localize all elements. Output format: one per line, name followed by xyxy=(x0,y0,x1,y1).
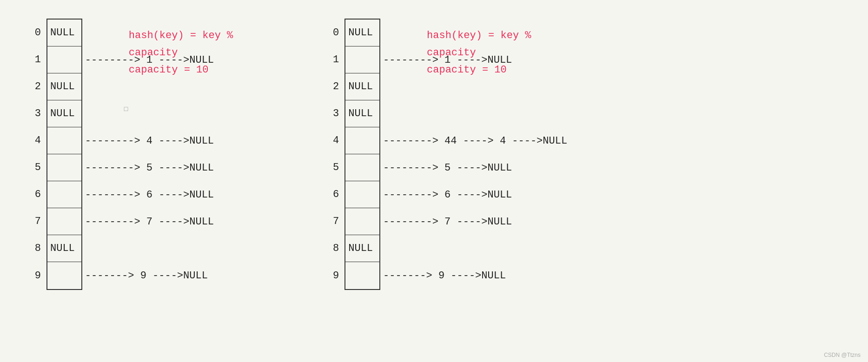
row-chain: --------> 7 ---->NULL xyxy=(383,216,512,227)
table-row: 8NULL xyxy=(47,235,81,262)
row-chain: --------> 1 ---->NULL xyxy=(85,54,214,66)
row-index: 4 xyxy=(329,135,342,146)
formula-line1-d2: hash(key) = key % xyxy=(427,28,531,43)
row-index: 2 xyxy=(31,81,44,92)
row-chain: -------> 9 ---->NULL xyxy=(383,270,506,282)
table-row: 1--------> 1 ---->NULL xyxy=(345,46,379,73)
table-row: 2NULL xyxy=(345,73,379,100)
diagram-section-2: 0NULL1--------> 1 ---->NULL2NULL3NULL4--… xyxy=(326,19,531,290)
row-index: 6 xyxy=(329,189,342,200)
table-row: 2NULL xyxy=(47,73,81,100)
row-content: NULL xyxy=(44,243,81,254)
row-chain: --------> 6 ---->NULL xyxy=(85,189,214,200)
formula-box-1: hash(key) = key % capacity capacity = 10 xyxy=(129,28,233,78)
row-index: 5 xyxy=(31,162,44,173)
row-index: 1 xyxy=(31,54,44,66)
row-index: 0 xyxy=(329,27,342,39)
row-content: NULL xyxy=(44,108,81,119)
row-index: 8 xyxy=(31,243,44,254)
formula-line1-d1: hash(key) = key % xyxy=(129,28,233,43)
row-index: 5 xyxy=(329,162,342,173)
table-row: 3NULL xyxy=(345,100,379,127)
row-index: 3 xyxy=(329,108,342,119)
row-index: 0 xyxy=(31,27,44,39)
row-index: 7 xyxy=(31,216,44,227)
row-chain: --------> 44 ----> 4 ---->NULL xyxy=(383,135,567,146)
table-row: 6--------> 6 ---->NULL xyxy=(345,181,379,208)
row-chain: --------> 5 ---->NULL xyxy=(85,162,214,173)
row-chain: --------> 7 ---->NULL xyxy=(85,216,214,227)
table-row: 9-------> 9 ---->NULL xyxy=(47,262,81,289)
table-row: 5--------> 5 ---->NULL xyxy=(47,154,81,181)
row-chain: -------> 9 ---->NULL xyxy=(85,270,208,282)
formula-box-2: hash(key) = key % capacity capacity = 10 xyxy=(427,28,531,78)
table-row: 7--------> 7 ---->NULL xyxy=(47,208,81,235)
table-row: 0NULL xyxy=(47,20,81,46)
row-content: NULL xyxy=(44,27,81,39)
table-row: 4--------> 4 ---->NULL xyxy=(47,127,81,154)
row-chain: --------> 4 ---->NULL xyxy=(85,135,214,146)
watermark: CSDN @Ttzns xyxy=(824,352,861,358)
table-row: 4--------> 44 ----> 4 ---->NULL xyxy=(345,127,379,154)
small-square: □ xyxy=(124,105,128,113)
row-chain: --------> 5 ---->NULL xyxy=(383,162,512,173)
row-chain: --------> 1 ---->NULL xyxy=(383,54,512,66)
table-row: 9-------> 9 ---->NULL xyxy=(345,262,379,289)
main-container: 0NULL1--------> 1 ---->NULL2NULL3NULL4--… xyxy=(0,0,868,362)
row-index: 2 xyxy=(329,81,342,92)
row-content: NULL xyxy=(342,81,379,92)
row-index: 3 xyxy=(31,108,44,119)
table-row: 1--------> 1 ---->NULL xyxy=(47,46,81,73)
row-index: 1 xyxy=(329,54,342,66)
row-content: NULL xyxy=(44,81,81,92)
row-content: NULL xyxy=(342,243,379,254)
row-index: 4 xyxy=(31,135,44,146)
row-content: NULL xyxy=(342,108,379,119)
table-row: 5--------> 5 ---->NULL xyxy=(345,154,379,181)
diagram-section-1: 0NULL1--------> 1 ---->NULL2NULL3NULL4--… xyxy=(28,19,233,290)
row-index: 7 xyxy=(329,216,342,227)
row-index: 6 xyxy=(31,189,44,200)
row-index: 9 xyxy=(329,270,342,282)
table-row: 3NULL xyxy=(47,100,81,127)
row-index: 8 xyxy=(329,243,342,254)
row-index: 9 xyxy=(31,270,44,282)
table-row: 8NULL xyxy=(345,235,379,262)
table-row: 0NULL xyxy=(345,20,379,46)
table-row: 7--------> 7 ---->NULL xyxy=(345,208,379,235)
row-content: NULL xyxy=(342,27,379,39)
row-chain: --------> 6 ---->NULL xyxy=(383,189,512,200)
table-row: 6--------> 6 ---->NULL xyxy=(47,181,81,208)
